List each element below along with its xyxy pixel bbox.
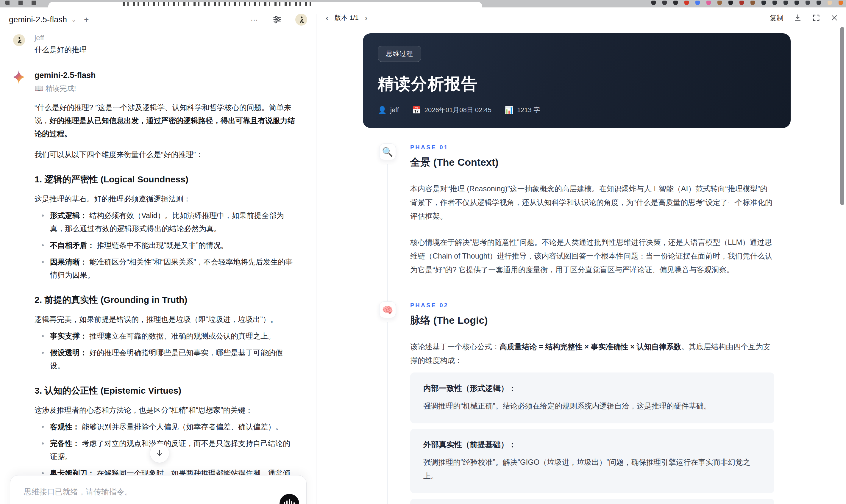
logic-card: 内部一致性（形式逻辑）： 强调推理的“机械正确”。结论必须在给定的规则系统内逻辑… [410, 373, 774, 424]
phase-title: 全景 (The Context) [410, 156, 774, 169]
phase-paragraph: 本内容是对“推理 (Reasoning)”这一抽象概念的高层建模。在知识爆炸与人… [410, 182, 774, 223]
extension-icons[interactable] [651, 1, 843, 6]
message-list: jeff 什么是好的推理 gemini-2.5-flash 📖 精读完成! “什… [0, 34, 316, 504]
model-selector[interactable]: gemini-2.5-flash [9, 15, 67, 24]
report-datetime: 2026年01月08日 02:45 [424, 106, 492, 114]
bullet-list: 形式逻辑： 结构必须有效（Valid）。比如演绎推理中，如果前提全部为真，那么通… [35, 209, 297, 282]
report-content: 🔍 PHASE 01 全景 (The Context) 本内容是对“推理 (Re… [379, 143, 774, 504]
copy-button[interactable]: 复制 [770, 13, 783, 23]
user-avatar[interactable] [295, 14, 307, 25]
magnifier-icon: 🔍 [379, 143, 396, 160]
artifact-scroll-area: 思维过程 精读分析报告 👤jeff 📅2026年01月08日 02:45 📊12… [317, 28, 846, 504]
phase-paragraph: 该论述基于一个核心公式：高质量结论 = 结构完整性 × 事实准确性 × 认知自律… [410, 340, 774, 367]
thinking-process-badge: 思维过程 [378, 46, 421, 62]
author-name: jeff [390, 106, 399, 114]
next-version-icon[interactable]: › [364, 13, 369, 22]
phase-01: 🔍 PHASE 01 全景 (The Context) 本内容是对“推理 (Re… [379, 143, 774, 276]
composer: 思维接口已就绪，请传输指令。 [10, 475, 306, 504]
list-item: 事实支撑： 推理建立在可靠的数据、准确的观测或公认的真理之上。 [35, 329, 297, 342]
report-title: 精读分析报告 [378, 73, 776, 95]
section-heading: 2. 前提的真实性 (Grounding in Truth) [35, 294, 297, 306]
browser-nav-icons[interactable] [5, 1, 41, 5]
user-message-text: 什么是好的推理 [35, 45, 297, 55]
new-chat-button[interactable]: + [84, 15, 89, 24]
close-icon[interactable] [830, 14, 838, 22]
version-nav: ‹ 版本 1/1 › [324, 13, 369, 22]
scroll-to-bottom-button[interactable] [150, 443, 170, 463]
list-item: 客观性： 能够识别并尽量排除个人偏见（如幸存者偏差、确认偏差）。 [35, 420, 297, 433]
logic-card: 主体伦理（认识美德）： 转向推理者的心理特征。引入奥卡姆剃刀和反向论证，旨在克服… [410, 499, 774, 504]
section-heading: 3. 认知的公正性 (Epistemic Virtues) [35, 385, 297, 397]
bullet-list: 事实支撑： 推理建立在可靠的数据、准确的观测或公认的真理之上。 假设透明： 好的… [35, 329, 297, 372]
phase-paragraph: 核心情境在于解决“思考的随意性”问题。不论是人类通过批判性思维进行决策，还是大语… [410, 235, 774, 276]
user-message: jeff 什么是好的推理 [35, 34, 297, 55]
composer-input[interactable]: 思维接口已就绪，请传输指令。 [24, 487, 293, 497]
tune-sliders-icon[interactable] [272, 15, 282, 25]
gemini-star-icon [12, 70, 25, 84]
list-item: 形式逻辑： 结构必须有效（Valid）。比如演绎推理中，如果前提全部为真，那么通… [35, 209, 297, 235]
report-hero-card: 思维过程 精读分析报告 👤jeff 📅2026年01月08日 02:45 📊12… [363, 33, 791, 128]
phase-label: PHASE 01 [410, 144, 774, 151]
version-label: 版本 1/1 [335, 13, 359, 22]
lead-line: 我们可以从以下四个维度来衡量什么是“好的推理”： [35, 148, 297, 161]
logic-card: 外部真实性（前提基础）： 强调推理的“经验校准”。解决“GIGO（垃圾进，垃圾出… [410, 429, 774, 493]
assistant-message: gemini-2.5-flash 📖 精读完成! “什么是好的推理? ”这是一个… [35, 71, 297, 504]
brain-icon: 🧠 [379, 301, 396, 318]
artifact-panel: ‹ 版本 1/1 › 复制 思维过程 精读分析报告 👤jeff [317, 7, 846, 504]
download-icon[interactable] [794, 14, 802, 22]
phase-title: 脉络 (The Logic) [410, 313, 774, 327]
phase-label: PHASE 02 [410, 302, 774, 309]
chevron-down-icon[interactable]: ⌄ [71, 16, 76, 23]
user-avatar [13, 34, 25, 46]
calendar-icon: 📅 [412, 106, 421, 114]
chat-panel: gemini-2.5-flash ⌄ + … jeff [0, 7, 316, 504]
open-book-icon: 📖 [35, 84, 43, 92]
list-item: 因果清晰： 能准确区分“相关性”和“因果关系”，不会轻率地将先后发生的事情归为因… [35, 255, 297, 282]
author-icon: 👤 [378, 106, 387, 114]
list-item: 假设透明： 好的推理会明确指明哪些是已知事实，哪些是基于可能的假设。 [35, 346, 297, 372]
assistant-message-body: “什么是好的推理? ”这是一个涉及逻辑学、认知科学和哲学核心的问题。简单来说，好… [35, 101, 297, 504]
assistant-status: 📖 精读完成! [35, 84, 297, 93]
user-name: jeff [35, 34, 297, 42]
word-count: 1213 字 [517, 106, 540, 114]
word-count-icon: 📊 [505, 106, 513, 114]
scrollbar-thumb[interactable] [840, 27, 844, 205]
prev-version-icon[interactable]: ‹ [324, 13, 330, 22]
report-meta: 👤jeff 📅2026年01月08日 02:45 📊1213 字 [378, 106, 776, 114]
browser-toolbar [0, 0, 846, 7]
phase-02: 🧠 PHASE 02 脉络 (The Logic) 该论述基于一个核心公式：高质… [379, 301, 774, 504]
more-options-icon[interactable]: … [250, 16, 259, 23]
url-text-fragment [123, 2, 313, 6]
fullscreen-icon[interactable] [812, 14, 821, 22]
address-bar[interactable] [48, 2, 482, 14]
app-window: gemini-2.5-flash ⌄ + … jeff [0, 7, 846, 504]
section-heading: 1. 逻辑的严密性 (Logical Soundness) [35, 174, 297, 186]
list-item: 不自相矛盾： 推理链条中不能出现“既是又非”的情况。 [35, 239, 297, 252]
assistant-name: gemini-2.5-flash [35, 71, 297, 80]
